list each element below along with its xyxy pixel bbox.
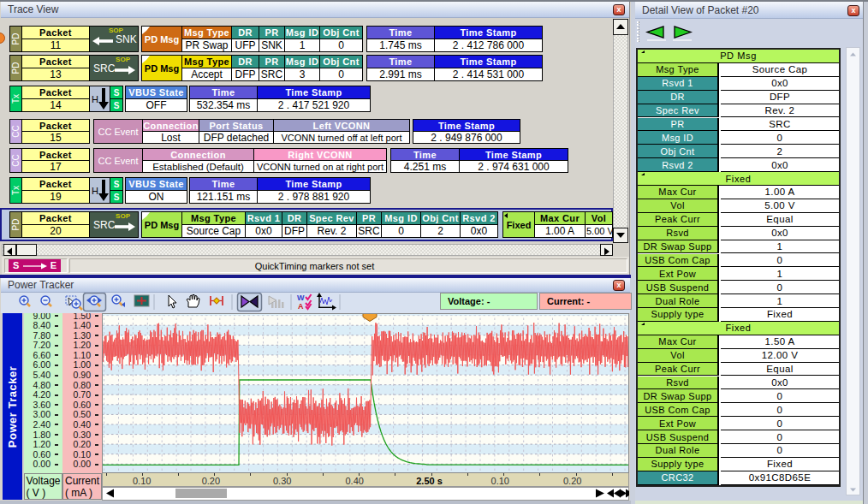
svg-text:A: A xyxy=(298,302,304,311)
svg-text:W: W xyxy=(297,294,305,302)
